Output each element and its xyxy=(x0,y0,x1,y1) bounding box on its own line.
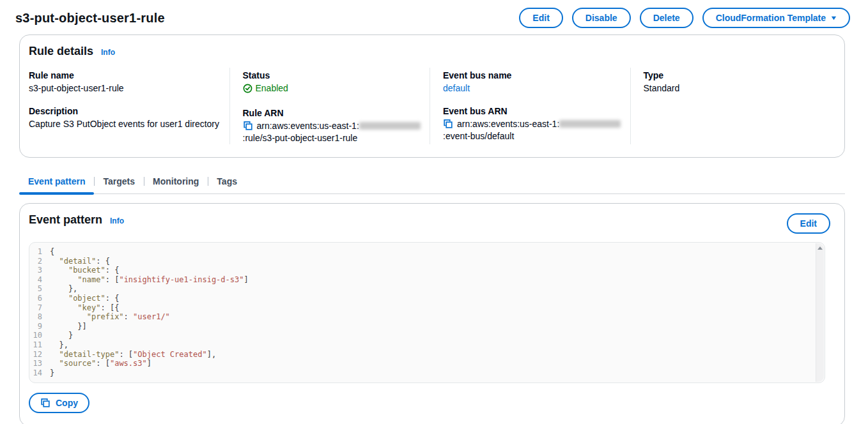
code-line: 3 "bucket": { xyxy=(29,266,814,275)
event-bus-name-field: Event bus name default xyxy=(443,70,621,94)
event-pattern-info-link[interactable]: Info xyxy=(110,216,124,225)
event-bus-arn-label: Event bus ARN xyxy=(443,106,621,116)
event-pattern-edit-button[interactable]: Edit xyxy=(787,213,830,234)
code-line: 5 }, xyxy=(29,284,814,294)
eventbridge-rule-detail-page: s3-put-object-user1-rule Edit Disable De… xyxy=(0,0,868,424)
event-bus-name-link[interactable]: default xyxy=(443,83,470,93)
event-pattern-code-lines: 1{2 "detail": {3 "bucket": {4 "name": ["… xyxy=(29,247,814,377)
edit-button[interactable]: Edit xyxy=(519,8,562,28)
type-field: Type Standard xyxy=(644,70,822,94)
tab-tags[interactable]: Tags xyxy=(208,172,246,193)
code-scrollbar[interactable] xyxy=(816,243,824,382)
copy-icon xyxy=(40,398,50,408)
disable-button-label: Disable xyxy=(585,13,617,23)
event-bus-name-label: Event bus name xyxy=(443,70,621,80)
chevron-down-icon: ▼ xyxy=(830,15,837,21)
status-label: Status xyxy=(243,70,421,80)
tab-monitoring[interactable]: Monitoring xyxy=(144,172,208,193)
tab-bar: Event pattern Targets Monitoring Tags xyxy=(19,172,845,194)
code-line: 13 "source": ["aws.s3"] xyxy=(29,359,814,368)
rule-name-label: Rule name xyxy=(29,70,221,80)
description-field: Description Capture S3 PutObject events … xyxy=(29,106,221,130)
rule-details-grid: Rule name s3-put-object-user1-rule Descr… xyxy=(29,68,830,144)
cloudformation-template-button[interactable]: CloudFormation Template ▼ xyxy=(702,8,850,28)
code-line: 4 "name": ["insightify-ue1-insig-d-s3"] xyxy=(29,275,814,285)
details-column-2: Status Enabled xyxy=(229,68,430,144)
code-line: 9 }] xyxy=(29,322,814,331)
type-label: Type xyxy=(644,70,822,80)
event-bus-arn-value: arn:aws:events:us-east-1::event-bus/defa… xyxy=(443,118,621,142)
code-line: 12 "detail-type": ["Object Created"], xyxy=(29,350,814,360)
event-pattern-title: Event pattern xyxy=(29,213,102,227)
status-value: Enabled xyxy=(256,82,288,94)
copy-icon[interactable] xyxy=(243,121,253,131)
rule-details-title: Rule details xyxy=(29,45,93,58)
page-title: s3-put-object-user1-rule xyxy=(15,11,165,26)
rule-arn-value: arn:aws:events:us-east-1::rule/s3-put-ob… xyxy=(243,120,421,144)
rule-arn-prefix: arn:aws:events:us-east-1: xyxy=(257,121,359,131)
event-pattern-code-block: 1{2 "detail": {3 "bucket": {4 "name": ["… xyxy=(29,242,825,383)
code-line: 6 "object": { xyxy=(29,294,814,303)
event-bus-arn-prefix: arn:aws:events:us-east-1: xyxy=(457,119,559,129)
details-column-3: Event bus name default Event bus ARN xyxy=(430,68,630,144)
event-pattern-edit-label: Edit xyxy=(800,218,817,229)
rule-details-info-link[interactable]: Info xyxy=(101,48,115,57)
copy-button[interactable]: Copy xyxy=(29,393,89,413)
event-pattern-card: Event pattern Info Edit 1{2 "detail": {3… xyxy=(19,203,845,424)
rule-arn-field: Rule ARN arn:aws:events:us-east-1::rule/… xyxy=(243,108,421,144)
rule-arn-label: Rule ARN xyxy=(243,108,421,118)
page-header: s3-put-object-user1-rule Edit Disable De… xyxy=(0,0,868,34)
code-line: 8 "prefix": "user1/" xyxy=(29,312,814,322)
tab-targets[interactable]: Targets xyxy=(94,172,144,193)
code-line: 7 "key": [{ xyxy=(29,303,814,313)
event-bus-arn-suffix: :event-bus/default xyxy=(443,131,514,141)
rule-details-card: Rule details Info Rule name s3-put-objec… xyxy=(19,34,845,158)
rule-name-value: s3-put-object-user1-rule xyxy=(29,82,221,94)
cloudformation-template-label: CloudFormation Template xyxy=(716,13,826,23)
redacted-account-id xyxy=(559,120,621,128)
header-actions: Edit Disable Delete CloudFormation Templ… xyxy=(519,8,850,28)
details-column-1: Rule name s3-put-object-user1-rule Descr… xyxy=(29,68,229,144)
details-column-4: Type Standard xyxy=(630,68,831,144)
status-badge: Enabled xyxy=(243,82,288,94)
status-field: Status Enabled xyxy=(243,70,421,96)
edit-button-label: Edit xyxy=(532,13,549,23)
scroll-up-icon xyxy=(818,246,823,250)
code-line: 14} xyxy=(29,368,814,378)
code-line: 10 } xyxy=(29,331,814,340)
description-value: Capture S3 PutObject events for user1 di… xyxy=(29,118,221,130)
type-value: Standard xyxy=(644,82,822,94)
delete-button[interactable]: Delete xyxy=(640,8,694,28)
code-line: 11 }, xyxy=(29,340,814,350)
rule-arn-suffix: :rule/s3-put-object-user1-rule xyxy=(243,133,358,143)
rule-name-field: Rule name s3-put-object-user1-rule xyxy=(29,70,221,94)
code-line: 2 "detail": { xyxy=(29,257,814,266)
tab-event-pattern[interactable]: Event pattern xyxy=(19,172,94,193)
disable-button[interactable]: Disable xyxy=(572,8,631,28)
status-enabled-icon xyxy=(243,84,252,93)
copy-button-label: Copy xyxy=(56,398,78,408)
delete-button-label: Delete xyxy=(653,13,680,23)
redacted-account-id xyxy=(359,122,421,130)
event-bus-arn-field: Event bus ARN arn:aws:events:us-east-1::… xyxy=(443,106,621,142)
copy-icon[interactable] xyxy=(443,119,453,129)
description-label: Description xyxy=(29,106,221,116)
code-line: 1{ xyxy=(29,247,814,257)
